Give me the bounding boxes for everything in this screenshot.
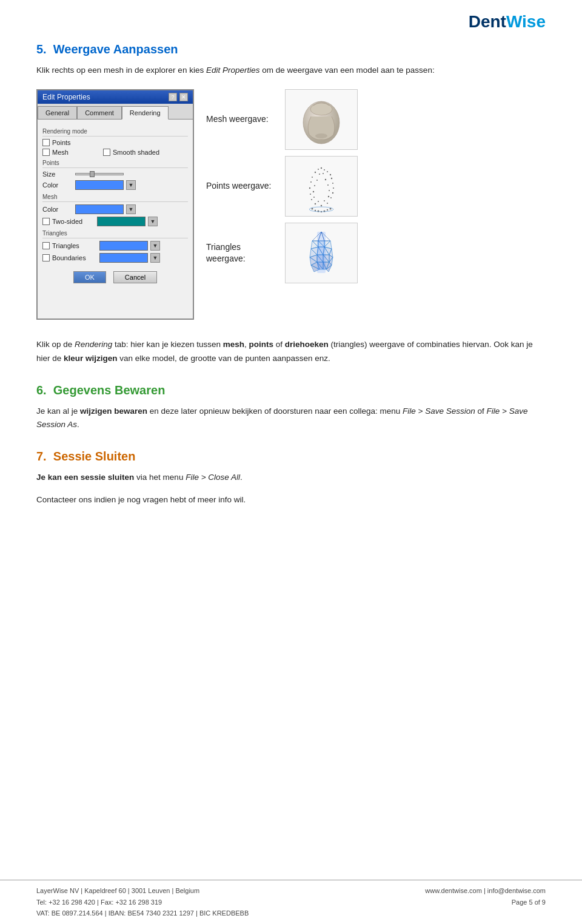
logo-dent: Dent [469,12,506,31]
triangles-svg [288,226,355,280]
svg-point-13 [309,187,310,189]
two-sided-row: Two-sided ▼ [42,217,188,226]
s7-mid: via het menu [134,473,186,482]
dialog-title-text: Edit Properties [42,93,90,101]
svg-point-5 [318,169,319,170]
rn-bold4: kleur wijzigen [64,354,118,363]
boundaries-checkbox[interactable] [42,254,50,261]
svg-point-12 [332,183,333,184]
dialog-tabs: General Comment Rendering [38,104,193,120]
smooth-checkbox[interactable] [103,149,110,156]
mesh-checkbox[interactable] [42,149,50,156]
footer-address: Kapeldreef 60 [84,887,126,894]
cancel-button[interactable]: Cancel [113,271,157,283]
svg-point-9 [312,177,313,178]
ok-button[interactable]: OK [73,271,106,283]
s6-end: . [77,420,79,429]
triangles-section-label: Triangles [42,230,188,238]
color-swatch-boundaries[interactable] [99,253,148,263]
svg-point-35 [315,210,316,211]
svg-point-22 [319,174,320,175]
tab-rendering[interactable]: Rendering [122,106,169,120]
boundaries-label: Boundaries [52,254,95,261]
color-mesh-row: Color ▼ [42,204,188,214]
svg-point-18 [330,197,332,198]
size-row: Size [42,170,188,178]
triangles-row: Triangles ▼ [42,241,188,251]
tab-general[interactable]: General [38,106,77,119]
tab-comment[interactable]: Comment [77,106,122,119]
color-points-dropdown[interactable]: ▼ [126,180,136,190]
color-boundaries-dropdown[interactable]: ▼ [150,253,160,263]
svg-point-33 [324,200,325,201]
size-label: Size [42,170,73,178]
triangles-checkbox[interactable] [42,242,50,249]
rendering-note: Klik op de Rendering tab: hier kan je ki… [36,338,546,365]
points-image [285,156,358,217]
points-label: Points [52,139,95,146]
color-triangles-dropdown[interactable]: ▼ [150,241,160,251]
triangles-image-row: Trianglesweergave: [206,223,546,283]
section5-heading: 5. Weergave Aanpassen [36,42,546,56]
color-swatch-mesh[interactable] [75,204,124,214]
mesh-row: Mesh Smooth shaded [42,149,188,156]
color-mesh-dropdown[interactable]: ▼ [126,204,136,214]
footer-bic: BIC KREDBEBB [199,909,249,917]
dialog-controls: ? ✕ [169,93,188,101]
smooth-label: Smooth shaded [113,149,159,156]
section7-number: 7. [36,450,47,463]
color-twoside-dropdown[interactable]: ▼ [148,217,158,226]
svg-point-20 [327,203,328,204]
s6-bold: wijzigen bewaren [80,406,147,416]
color-swatch-twoside[interactable] [97,217,146,226]
svg-point-11 [310,181,312,183]
slider-thumb [90,171,95,177]
points-checkbox[interactable] [42,139,50,146]
svg-point-2 [315,133,327,138]
footer-country: Belgium [175,887,199,894]
color-swatch-points[interactable] [75,180,124,190]
mesh-label: Mesh weergave: [206,113,273,126]
boundaries-row: Boundaries ▼ [42,253,188,263]
color-swatch-triangles[interactable] [99,241,148,251]
mesh-image-row: Mesh weergave: [206,89,546,150]
footer-right: www.dentwise.com | info@dentwise.com Pag… [425,885,546,908]
mesh-svg [288,92,355,147]
two-sided-checkbox[interactable] [42,218,50,225]
section6-number: 6. [36,383,47,397]
section6-title: Gegevens Bewaren [53,383,166,397]
s7-bold: Je kan een sessie sluiten [36,473,134,482]
page: DentWise 5. Weergave Aanpassen Klik rech… [0,0,582,924]
svg-point-19 [315,203,316,204]
size-slider[interactable] [75,173,124,175]
svg-point-21 [321,205,322,206]
points-label: Points weergave: [206,180,273,192]
section5-heading-container: 5. Weergave Aanpassen [36,42,546,56]
svg-point-10 [331,178,332,179]
content-row: Edit Properties ? ✕ General Comment Rend… [36,89,546,320]
svg-rect-74 [317,232,326,273]
footer-iban: IBAN: BE54 7340 2321 1297 [109,909,194,917]
footer-vat-line: VAT: BE 0897.214.564 | IBAN: BE54 7340 2… [36,908,249,919]
dialog-help-btn[interactable]: ? [169,93,177,101]
s7-italic: File > Close All [186,473,240,482]
logo-text: DentWise [469,12,546,32]
s7-end: . [240,473,242,482]
contact-text: Contacteer ons indien je nog vragen hebt… [36,493,546,507]
svg-point-28 [313,191,314,192]
points-row: Points [42,139,188,146]
footer-web-line: www.dentwise.com | info@dentwise.com [425,885,546,897]
rn-bold1: mesh [223,340,244,349]
svg-point-31 [328,196,329,197]
dialog-close-btn[interactable]: ✕ [179,93,188,101]
svg-point-25 [325,179,326,180]
footer-vat: VAT: BE 0897.214.564 [36,909,103,917]
footer-city: 3001 Leuven [132,887,170,894]
s6-mid: en deze later opnieuw bekijken of doorst… [147,406,403,416]
svg-point-29 [329,190,330,191]
s6-start: Je kan al je [36,406,80,416]
section5-title: Weergave Aanpassen [53,42,178,56]
logo-wise: Wise [506,12,546,31]
svg-point-7 [327,171,328,172]
section5-intro-text: Klik rechts op een mesh in de explorer e… [36,66,206,75]
